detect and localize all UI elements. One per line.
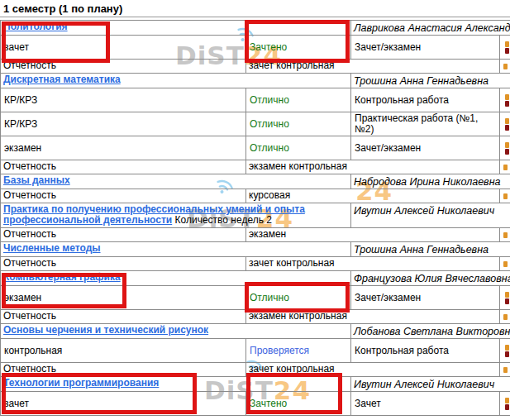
teacher-name: Лобанова Светлана Викторовна <box>351 324 510 338</box>
teacher-name: Трошина Анна Геннадьевна <box>351 242 510 256</box>
clipped-edge-cell <box>500 112 510 136</box>
clipped-text-fragment <box>505 48 509 54</box>
course-name-cell: Основы черчения и технический рисунок <box>1 324 351 338</box>
work-type-cell: Контрольная работа <box>351 88 500 112</box>
report-row: Отчетностьэкзамен <box>1 228 510 242</box>
course-name-cell: Базы данных <box>1 174 351 189</box>
teacher-name: Ивутин Алексей Николаевич <box>351 377 510 391</box>
annotation-box <box>2 21 110 63</box>
clipped-edge-cell <box>500 286 510 309</box>
clipped-text-fragment <box>505 298 509 304</box>
clipped-edge-cell <box>500 339 510 362</box>
annotation-box <box>2 373 197 414</box>
work-type-cell: Зачет/экзамен <box>351 286 500 309</box>
grade-row: экзаменОтличноЗачет/экзамен <box>1 136 510 160</box>
clipped-text-fragment <box>503 367 508 373</box>
clipped-text-fragment <box>503 64 508 69</box>
clipped-text-fragment <box>505 292 509 298</box>
clipped-edge-cell <box>500 189 510 203</box>
control-type-cell: КР/КРЗ <box>1 112 246 136</box>
semester-grades-table: ПолитологияЛаврикова Анастасия Александр… <box>0 20 510 416</box>
report-value-cell: экзамен <box>246 228 500 241</box>
clipped-edge-cell <box>500 136 510 160</box>
control-type-cell: экзамен <box>1 136 246 160</box>
course-row: Дискретная математикаТрошина Анна Геннад… <box>1 74 510 88</box>
clipped-edge-cell <box>500 60 510 73</box>
report-label-cell: Отчетность <box>1 310 246 323</box>
report-row: Отчетностьэкзамен контрольная <box>1 160 510 174</box>
grade-row: КР/КРЗОтличноПрактическая работа (№1, №2… <box>1 112 510 136</box>
course-row: Базы данныхНабродова Ирина Николаевна <box>1 174 510 189</box>
clipped-edge-cell <box>500 310 510 323</box>
clipped-edge-cell <box>500 363 510 376</box>
clipped-text-fragment <box>503 193 508 199</box>
course-name-cell: Практика по получению профессиональных у… <box>1 203 351 227</box>
work-type-cell: Контрольная работа <box>351 339 500 362</box>
course-link[interactable]: Базы данных <box>3 174 70 186</box>
grade-result-cell: Отлично <box>246 88 351 112</box>
course-link[interactable]: Дискретная математика <box>3 74 121 85</box>
clipped-edge-cell <box>500 228 510 241</box>
grade-result-cell: Проверяется <box>246 339 351 362</box>
work-type-cell: Практическая работа (№1, №2) <box>351 112 500 136</box>
teacher-name: Ивутин Алексей Николаевич <box>351 203 510 227</box>
report-value-cell: курсовая <box>246 189 500 203</box>
report-label-cell: Отчетность <box>1 257 246 270</box>
grade-result-cell: Отлично <box>246 112 351 136</box>
clipped-text-fragment <box>505 142 509 148</box>
report-value-cell: экзамен контрольная <box>246 160 500 174</box>
clipped-text-fragment <box>505 125 509 131</box>
clipped-text-fragment <box>505 94 509 100</box>
clipped-text-fragment <box>505 118 509 124</box>
report-label-cell: Отчетность <box>1 189 246 203</box>
course-suffix-text: Количество недель 2 <box>175 214 272 226</box>
grade-result-cell: Отлично <box>246 136 351 160</box>
annotation-box <box>246 373 342 414</box>
report-label-cell: Отчетность <box>1 160 246 174</box>
control-type-cell: контрольная <box>1 339 246 362</box>
clipped-text-fragment <box>505 398 509 403</box>
course-row: Основы черчения и технический рисунокЛоб… <box>1 324 510 339</box>
clipped-text-fragment <box>505 149 509 155</box>
clipped-text-fragment <box>505 345 509 351</box>
clipped-text-fragment <box>505 351 509 357</box>
work-type-cell: Зачет/экзамен <box>351 36 500 59</box>
course-link[interactable]: Основы черчения и технический рисунок <box>3 324 208 336</box>
course-name-cell: Численные методы <box>1 242 351 256</box>
course-row: Численные методыТрошина Анна Геннадьевна <box>1 242 510 257</box>
annotation-box <box>245 282 350 313</box>
course-name-cell: Дискретная математика <box>1 74 351 88</box>
clipped-text-fragment <box>505 101 509 107</box>
teacher-name: Трошина Анна Геннадьевна <box>351 74 510 88</box>
report-value-cell: зачет контрольная <box>246 257 500 270</box>
work-type-cell: Зачет <box>351 392 500 415</box>
teacher-name: Лаврикова Анастасия Александровна <box>351 21 510 35</box>
course-row: Практика по получению профессиональных у… <box>1 203 510 228</box>
course-link[interactable]: Численные методы <box>3 242 101 254</box>
clipped-text-fragment <box>503 314 508 320</box>
clipped-text-fragment <box>503 232 508 238</box>
clipped-text-fragment <box>503 165 508 170</box>
report-label-cell: Отчетность <box>1 228 246 241</box>
annotation-box <box>2 273 126 308</box>
clipped-text-fragment <box>505 41 509 47</box>
clipped-edge-cell <box>500 36 510 59</box>
clipped-edge-cell <box>500 392 510 415</box>
page-title: 1 семестр (1 по плану) <box>0 0 510 17</box>
report-row: Отчетностькурсовая <box>1 189 510 203</box>
clipped-text-fragment <box>505 404 509 410</box>
clipped-text-fragment <box>503 261 508 267</box>
report-row: Отчетностьзачет контрольная <box>1 257 510 271</box>
teacher-name: Набродова Ирина Николаевна <box>351 174 510 189</box>
clipped-edge-cell <box>500 88 510 112</box>
grade-row: контрольнаяПроверяетсяКонтрольная работа <box>1 339 510 363</box>
control-type-cell: КР/КРЗ <box>1 88 246 112</box>
teacher-name: Французова Юлия Вячеславовна <box>351 271 510 285</box>
clipped-edge-cell <box>500 160 510 174</box>
work-type-cell: Зачет/экзамен <box>351 136 500 160</box>
clipped-edge-cell <box>500 257 510 270</box>
annotation-box <box>245 20 350 63</box>
grade-row: КР/КРЗОтличноКонтрольная работа <box>1 88 510 112</box>
